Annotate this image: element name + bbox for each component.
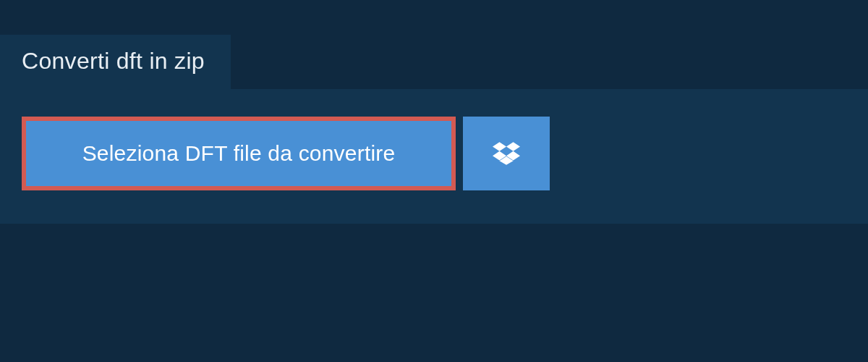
select-file-label: Seleziona DFT file da convertire bbox=[82, 141, 396, 166]
dropbox-icon bbox=[493, 140, 520, 167]
button-row: Seleziona DFT file da convertire bbox=[22, 117, 846, 190]
tab-bar: Converti dft in zip bbox=[0, 0, 868, 89]
dropbox-button[interactable] bbox=[463, 117, 550, 190]
tab-convert[interactable]: Converti dft in zip bbox=[0, 35, 231, 89]
tab-label: Converti dft in zip bbox=[22, 48, 205, 74]
content-panel: Seleziona DFT file da convertire bbox=[0, 89, 868, 224]
select-file-button[interactable]: Seleziona DFT file da convertire bbox=[22, 117, 456, 190]
